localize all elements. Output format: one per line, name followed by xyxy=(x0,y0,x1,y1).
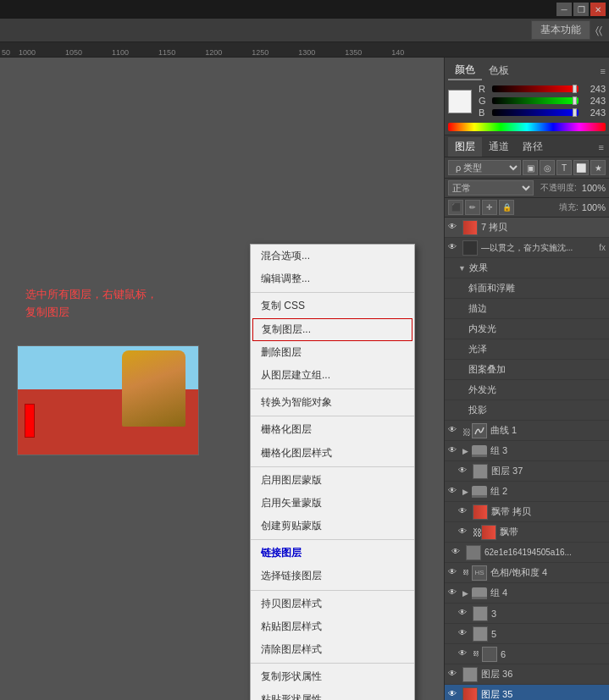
expand-icon[interactable]: ▶ xyxy=(462,488,468,496)
tab-paths[interactable]: 路径 xyxy=(516,137,550,157)
menu-item-smart-object[interactable]: 转换为智能对象 xyxy=(251,391,414,414)
menu-item-duplicate-layer[interactable]: 复制图层... xyxy=(252,318,412,341)
layer-filter-pixel-icon[interactable]: ▣ xyxy=(523,160,538,175)
lock-move-icon[interactable]: ✛ xyxy=(482,200,497,215)
layer-item[interactable]: 👁 62e1e164194505a16... xyxy=(445,543,609,563)
eye-icon[interactable]: 👁 xyxy=(448,222,460,234)
close-button[interactable]: ✕ xyxy=(590,3,606,16)
layer-filter-adjust-icon[interactable]: ◎ xyxy=(540,160,555,175)
panel-options-icon2[interactable]: ≡ xyxy=(597,141,606,154)
menu-item-create-clipping[interactable]: 创建剪贴蒙版 xyxy=(251,515,414,537)
eye-icon[interactable]: 👁 xyxy=(458,648,470,660)
eye-icon[interactable]: 👁 xyxy=(458,628,470,640)
layer-item[interactable]: 外发光 xyxy=(445,380,609,400)
menu-item-paste-shape[interactable]: 粘贴形状属性 xyxy=(251,688,414,700)
group-folder-icon xyxy=(472,486,487,498)
panel-options-icon[interactable]: ≡ xyxy=(601,66,606,76)
layer-item[interactable]: ▼ 效果 xyxy=(445,258,609,278)
minimize-button[interactable]: ─ xyxy=(556,3,572,16)
menu-item-clear-layer-style[interactable]: 清除图层样式 xyxy=(251,638,414,661)
layer-item[interactable]: 👁 3 xyxy=(445,604,609,624)
layer-name: 描边 xyxy=(468,302,606,315)
lock-all-icon[interactable]: 🔒 xyxy=(499,200,514,215)
menu-item-paste-layer-style[interactable]: 粘贴图层样式 xyxy=(251,615,414,638)
layer-item[interactable]: 👁 ⛓ 6 xyxy=(445,644,609,664)
layer-item[interactable]: 👁 ▶ 组 3 xyxy=(445,441,609,461)
layer-item[interactable]: 斜面和浮雕 xyxy=(445,278,609,299)
g-value: 243 xyxy=(582,96,606,106)
eye-icon[interactable]: 👁 xyxy=(458,526,470,538)
tab-swatches[interactable]: 色板 xyxy=(482,62,516,80)
menu-item-select-linked[interactable]: 选择链接图层 xyxy=(251,565,414,587)
tab-channels[interactable]: 通道 xyxy=(482,137,516,157)
layer-type-filter[interactable]: ρ 类型 xyxy=(448,160,521,175)
layer-item[interactable]: 描边 xyxy=(445,299,609,319)
layer-item[interactable]: 👁 ⛓ 曲线 1 xyxy=(445,421,609,441)
eye-icon[interactable]: 👁 xyxy=(448,425,460,437)
eye-icon[interactable]: 👁 xyxy=(448,242,460,254)
eye-icon[interactable]: 👁 xyxy=(448,669,460,681)
layer-name: 投影 xyxy=(468,404,606,416)
layer-thumbnail xyxy=(462,667,478,682)
layer-item[interactable]: 👁 ▶ 组 4 xyxy=(445,583,609,604)
menu-item-rasterize-style[interactable]: 栅格化图层样式 xyxy=(251,442,414,465)
eye-icon[interactable]: 👁 xyxy=(448,689,460,701)
panel-toggle-icon[interactable]: 〈〈 xyxy=(595,25,602,36)
workspace-button[interactable]: 基本功能 xyxy=(531,20,590,40)
r-slider[interactable] xyxy=(492,85,579,92)
lock-transparent-icon[interactable]: ⬛ xyxy=(448,200,463,215)
layer-item[interactable]: 图案叠加 xyxy=(445,360,609,380)
expand-icon[interactable]: ▶ xyxy=(462,447,468,455)
eye-icon[interactable]: 👁 xyxy=(458,466,470,477)
g-slider[interactable] xyxy=(492,97,579,104)
layer-item[interactable]: 👁 ⛓ 飘带 xyxy=(445,522,609,543)
eye-icon[interactable]: 👁 xyxy=(451,547,463,559)
layer-item[interactable]: 👁 图层 35 xyxy=(445,685,609,700)
menu-item-create-group[interactable]: 从图层建立组... xyxy=(251,364,414,387)
lock-paint-icon[interactable]: ✏ xyxy=(465,200,480,215)
restore-button[interactable]: ❒ xyxy=(573,3,589,16)
color-swatch[interactable] xyxy=(448,90,472,113)
eye-icon[interactable]: 👁 xyxy=(448,587,460,599)
layer-item[interactable]: 投影 xyxy=(445,400,609,421)
layer-item[interactable]: 👁 —以贯之，奋力实施沈... fx xyxy=(445,238,609,258)
layer-item[interactable]: 👁 飘带 拷贝 xyxy=(445,502,609,522)
layer-filter-smart-icon[interactable]: ★ xyxy=(590,160,606,175)
menu-item-enable-mask[interactable]: 启用图层蒙版 xyxy=(251,469,414,492)
layer-item[interactable]: 👁 5 xyxy=(445,624,609,644)
menu-item-rasterize-layer[interactable]: 栅格化图层 xyxy=(251,418,414,441)
tab-color[interactable]: 颜色 xyxy=(448,61,482,80)
blend-mode-select[interactable]: 正常 xyxy=(448,180,534,196)
b-slider[interactable] xyxy=(492,109,579,116)
color-row-b: B 243 xyxy=(479,107,606,118)
layer-filter-shape-icon[interactable]: ⬜ xyxy=(573,160,589,175)
eye-icon[interactable]: 👁 xyxy=(448,445,460,457)
menu-item-blend-options[interactable]: 混合选项... xyxy=(251,245,414,267)
layer-item[interactable]: 👁 7 拷贝 xyxy=(445,218,609,238)
eye-icon[interactable]: 👁 xyxy=(448,567,460,579)
layer-item[interactable]: 👁 ⛓ HS 色相/饱和度 4 xyxy=(445,563,609,583)
menu-item-enable-vector-mask[interactable]: 启用矢量蒙版 xyxy=(251,492,414,515)
menu-item-copy-css[interactable]: 复制 CSS xyxy=(251,295,414,317)
layer-item[interactable]: 👁 图层 36 xyxy=(445,664,609,685)
layer-thumbnail xyxy=(473,504,488,520)
eye-icon[interactable]: 👁 xyxy=(458,608,470,620)
layer-item[interactable]: 👁 ▶ 组 2 xyxy=(445,482,609,502)
menu-item-link-layers[interactable]: 链接图层 xyxy=(251,542,414,565)
layer-item[interactable]: 👁 图层 37 xyxy=(445,461,609,482)
menu-item-edit-adjustment[interactable]: 编辑调整... xyxy=(251,267,414,290)
layer-name: 斜面和浮雕 xyxy=(468,282,606,295)
title-bar: ─ ❒ ✕ xyxy=(0,0,609,19)
menu-item-copy-shape[interactable]: 复制形状属性 xyxy=(251,665,414,688)
menu-item-delete-layer[interactable]: 删除图层 xyxy=(251,341,414,364)
menu-item-copy-layer-style[interactable]: 持贝图层样式 xyxy=(251,593,414,615)
eye-icon[interactable]: 👁 xyxy=(458,506,470,518)
tab-layers[interactable]: 图层 xyxy=(448,137,482,157)
color-row-r: R 243 xyxy=(479,84,606,94)
layer-item[interactable]: 光泽 xyxy=(445,339,609,360)
expand-icon[interactable]: ▶ xyxy=(462,589,468,598)
layer-filter-type-icon[interactable]: T xyxy=(556,160,572,175)
expand-icon[interactable]: ▼ xyxy=(458,264,466,273)
layer-item[interactable]: 内发光 xyxy=(445,319,609,339)
eye-icon[interactable]: 👁 xyxy=(448,486,460,498)
